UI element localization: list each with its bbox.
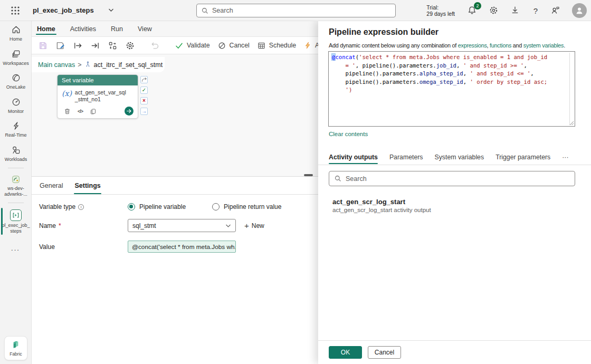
required-asterisk: * (59, 222, 61, 229)
on-completion-connector[interactable]: → (140, 108, 148, 115)
settings-gear-icon[interactable] (489, 5, 499, 16)
editor-scrollbar[interactable] (569, 53, 570, 125)
code-line: pipeline().parameters.alpha_step_id, ' a… (332, 70, 566, 78)
sidebar-item-real-time[interactable]: Real-Time (0, 117, 32, 141)
activity-output-item[interactable]: act_gen_scr_log_start act_gen_scr_log_st… (332, 196, 580, 215)
sidebar-items: Home Workspaces OneLake Monitor Real-Tim… (0, 21, 31, 165)
builder-tab-activity-outputs[interactable]: Activity outputs (329, 154, 378, 164)
ok-button[interactable]: OK (329, 346, 362, 359)
expression-code-lines: @concat('select * from meta.Jobs where i… (332, 53, 566, 94)
add-trigger-button[interactable]: Add (303, 41, 318, 50)
schedule-calendar-icon (257, 41, 266, 50)
validate-button[interactable]: Validate (175, 41, 210, 50)
sidebar-item-workspace[interactable]: ws-dev-advwrks-... (0, 171, 32, 200)
settings-panel-tabs: GeneralSettings (32, 177, 318, 195)
settings-tab-settings[interactable]: Settings (74, 177, 101, 194)
pipeline-canvas[interactable]: Main canvas > act_itrc_if_set_sql_stmt S… (32, 54, 318, 176)
expression-editor[interactable]: @concat('select * from meta.Jobs where i… (328, 51, 575, 127)
new-variable-button[interactable]: New (244, 221, 264, 230)
notification-count-badge: 2 (474, 2, 481, 9)
skip-from-start-icon[interactable] (73, 41, 83, 51)
save-icon[interactable] (38, 41, 48, 51)
sidebar-item-monitor[interactable]: Monitor (0, 93, 32, 118)
search-placeholder: Search (212, 7, 233, 14)
auto-align-icon[interactable] (108, 41, 118, 51)
cancel-run-button[interactable]: Cancel (217, 41, 250, 50)
doc-link[interactable]: system variables (523, 42, 564, 49)
activity-output-connectors: ✓ × → (140, 76, 148, 115)
variable-name-dropdown[interactable]: sql_stmt (128, 219, 236, 232)
sidebar-item-onelake[interactable]: OneLake (0, 69, 32, 93)
sidebar-more-button[interactable]: ... (0, 244, 31, 252)
search-icon (201, 7, 209, 15)
fabric-home-button[interactable]: Fabric (4, 336, 27, 360)
go-to-activity-icon[interactable] (125, 107, 134, 116)
workspaces-icon (11, 49, 21, 59)
clear-contents-link[interactable]: Clear contents (329, 131, 368, 137)
on-skip-connector[interactable] (140, 76, 148, 83)
settings-tab-general[interactable]: General (39, 177, 63, 194)
view-code-icon[interactable]: </> (78, 109, 83, 114)
builder-search-input[interactable]: Search (329, 171, 575, 186)
doc-link[interactable]: expressions (458, 42, 487, 49)
undo-icon[interactable] (150, 41, 160, 51)
pipeline-return-value-radio[interactable] (212, 203, 220, 210)
delete-activity-icon[interactable] (64, 108, 71, 115)
cancel-prohibit-icon (217, 41, 226, 50)
pipeline-title[interactable]: pl_exec_job_steps (33, 6, 94, 14)
panel-description: Add dynamic content below using any comb… (329, 42, 582, 49)
builder-tab-trigger-parameters[interactable]: Trigger parameters (495, 154, 550, 164)
sidebar-item-workloads[interactable]: Workloads (0, 141, 32, 166)
save-as-icon[interactable] (55, 41, 65, 51)
sidebar-item-pipeline-active[interactable]: pl_exec_job_steps (0, 206, 32, 237)
realtime-icon (11, 121, 21, 131)
breadcrumb-main-canvas-link[interactable]: Main canvas (38, 61, 75, 69)
if-activity-icon (84, 61, 91, 68)
user-avatar[interactable] (572, 3, 587, 18)
ribbon-tab-home[interactable]: Home (36, 21, 56, 36)
dropdown-chevron-icon (225, 224, 231, 228)
builder-tab----[interactable]: ··· (562, 154, 568, 164)
pipeline-variable-radio[interactable] (128, 203, 135, 210)
on-fail-connector[interactable]: × (140, 97, 148, 104)
feedback-icon[interactable] (550, 5, 561, 16)
notifications-bell-icon[interactable]: 2 (467, 5, 478, 16)
builder-cancel-button[interactable]: Cancel (368, 346, 401, 359)
variable-type-label: Variable type (39, 203, 75, 210)
global-search-input[interactable]: Search (196, 4, 396, 17)
skip-to-end-icon[interactable] (90, 41, 100, 51)
ribbon-tab-run[interactable]: Run (110, 21, 124, 36)
activity-settings-panel: GeneralSettings Variable type Pipeline v… (32, 176, 318, 364)
resize-grip-icon[interactable] (569, 121, 574, 126)
breadcrumb: Main canvas > act_itrc_if_set_sql_stmt (32, 57, 165, 72)
pipeline-expression-builder-panel: Pipeline expression builder Add dynamic … (318, 21, 591, 364)
builder-tab-parameters[interactable]: Parameters (389, 154, 423, 164)
set-variable-activity-card[interactable]: Set variable (x) act_gen_set_var_sql_stm… (57, 74, 138, 119)
builder-tab-system-variables[interactable]: System variables (434, 154, 484, 164)
title-chevron-down-icon[interactable] (108, 8, 114, 12)
value-expression-field[interactable]: @concat('select * from meta.Jobs wh... (128, 241, 236, 253)
pipeline-icon (10, 209, 22, 221)
clone-activity-icon[interactable] (90, 108, 97, 115)
ribbon-tab-activities[interactable]: Activities (69, 21, 97, 36)
name-label: Name (39, 222, 56, 229)
sidebar-item-home[interactable]: Home (0, 21, 32, 45)
help-icon[interactable]: ? (532, 6, 539, 15)
doc-link[interactable]: functions (490, 42, 511, 49)
pipeline-settings-gear-icon[interactable] (125, 41, 135, 51)
home-icon (11, 25, 21, 35)
lightning-bolt-icon (303, 41, 312, 50)
download-icon[interactable] (510, 5, 521, 16)
app-launcher-icon[interactable] (11, 6, 20, 15)
ribbon-tab-view[interactable]: View (137, 21, 153, 36)
tabs-divider (318, 165, 591, 165)
code-line: = ', pipeline().parameters.job_id, ' and… (332, 62, 566, 70)
schedule-button[interactable]: Schedule (257, 41, 296, 50)
active-indicator (1, 208, 3, 235)
sidebar-item-workspaces[interactable]: Workspaces (0, 45, 32, 70)
code-line: pipeline().parameters.omega_step_id, ' o… (332, 78, 566, 87)
on-success-connector[interactable]: ✓ (140, 87, 148, 94)
workspace-icon (11, 175, 21, 184)
builder-tabs: Activity outputsParametersSystem variabl… (329, 151, 569, 164)
pipeline-return-value-radio-label: Pipeline return value (224, 203, 281, 210)
